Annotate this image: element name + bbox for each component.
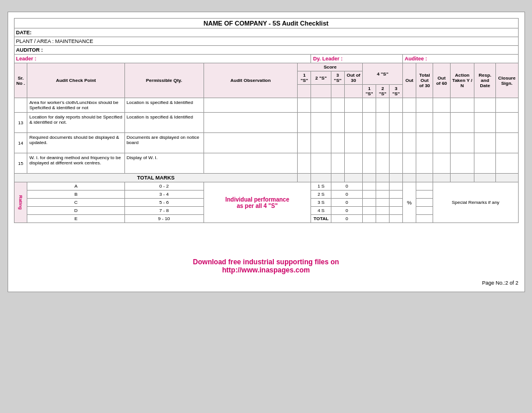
tm-resp [474, 174, 496, 182]
s3-val [331, 133, 344, 153]
sr-cell: 15 [14, 153, 27, 174]
s1-val [298, 113, 311, 133]
four-s2-header: 2 "S" [376, 85, 390, 98]
f3-val [390, 113, 403, 133]
dy-leader-label: Dy. Leader : [311, 55, 403, 63]
resp-val [474, 113, 496, 133]
grade-b: B [27, 191, 124, 199]
table-row: 14 Required documents should be displaye… [14, 133, 518, 153]
total30-val [416, 153, 433, 174]
filler3 [390, 182, 403, 191]
total60-val [433, 113, 450, 133]
leader-label: Leader : [14, 55, 311, 63]
date-row: DATE: [14, 28, 518, 37]
filler16 [416, 207, 433, 215]
score-3s-label: 3 S [311, 199, 331, 207]
out-val [403, 98, 416, 113]
special-remarks: Special Remarks if any [433, 182, 518, 223]
permissible-qty-cell: Location is specified & Identified [124, 113, 203, 133]
obs-cell [203, 98, 298, 113]
f3-val [390, 133, 403, 153]
tm-s3 [331, 174, 344, 182]
total30-val [416, 133, 433, 153]
s1-val [298, 153, 311, 174]
tm-total30 [416, 174, 433, 182]
filler11 [390, 199, 403, 207]
score-2s-val: 0 [331, 191, 362, 199]
out30-header: Out of 30 [344, 71, 362, 85]
out-val [403, 133, 416, 153]
tm-action [450, 174, 474, 182]
out30-val [344, 98, 362, 113]
percent-cell: % [403, 182, 416, 223]
s2-val [311, 113, 331, 133]
s2-header: 2 "S" [311, 71, 331, 85]
score-3s-val: 0 [331, 199, 362, 207]
f3-val [390, 153, 403, 174]
table-row: Area for worker's cloth/Lunchbox should … [14, 98, 518, 113]
tm-closure [495, 174, 518, 182]
out-val [403, 113, 416, 133]
tm-out30 [344, 174, 362, 182]
range-a: 0 - 2 [124, 182, 203, 191]
s1-header: 1 "S" [298, 71, 311, 85]
tm-total60 [433, 174, 450, 182]
f3-val [390, 98, 403, 113]
leader-row: Leader : Dy. Leader : Auditee : [14, 55, 518, 63]
s3-header: 3 "S" [331, 71, 344, 85]
blank-out30 [344, 85, 362, 98]
score-2s-label: 2 S [311, 191, 331, 199]
tm-f3 [390, 174, 403, 182]
sr-cell: 13 [14, 113, 27, 133]
out30-val [344, 133, 362, 153]
score-4s-val: 0 [331, 207, 362, 215]
permissible-qty-cell: Location is specified & Identified [124, 98, 203, 113]
total-out-60-header: Out of 60 [433, 63, 450, 98]
filler6 [376, 191, 390, 199]
audit-check-point-cell: W. I. for deaning method and friquency t… [27, 153, 124, 174]
filler18 [376, 215, 390, 223]
page-container: NAME OF COMPANY - 5S Audit Checklist DAT… [8, 12, 525, 292]
blank-s1 [298, 85, 311, 98]
closure-sign-header: Closure Sign. [495, 63, 518, 98]
filler10 [376, 199, 390, 207]
auditor-row: AUDITOR : [14, 46, 518, 55]
s3-val [331, 98, 344, 113]
f1-val [363, 98, 376, 113]
col-header-row1: Sr. No . Audit Check Point Permissible Q… [14, 63, 518, 71]
out30-val [344, 153, 362, 174]
four-s-header: 4 "S" [363, 63, 403, 85]
filler14 [376, 207, 390, 215]
page-title: NAME OF COMPANY - 5S Audit Checklist [14, 19, 518, 28]
obs-cell [203, 133, 298, 153]
filler13 [363, 207, 376, 215]
resp-val [474, 98, 496, 113]
tm-out [403, 174, 416, 182]
audit-observation-header: Audit Observation [203, 63, 298, 98]
out-val [403, 153, 416, 174]
closure-val [495, 113, 518, 133]
plant-label: PLANT / AREA : MAINTENANCE [14, 37, 518, 46]
audit-check-point-cell: Area for worker's cloth/Lunchbox should … [27, 98, 124, 113]
title-row: NAME OF COMPANY - 5S Audit Checklist [14, 19, 518, 28]
filler5 [363, 191, 376, 199]
grade-e: E [27, 215, 124, 223]
filler15 [390, 207, 403, 215]
f1-val [363, 153, 376, 174]
total30-val [416, 98, 433, 113]
action-val [450, 98, 474, 113]
s2-val [311, 133, 331, 153]
out-header: Out [403, 63, 416, 98]
score-header: Score [298, 63, 363, 71]
out30-val [344, 113, 362, 133]
range-e: 9 - 10 [124, 215, 203, 223]
score-1s-val: 0 [331, 182, 362, 191]
closure-val [495, 153, 518, 174]
indiv-perf-cell: Individual performance as per all 4 "S" [203, 182, 311, 223]
s3-val [331, 113, 344, 133]
action-val [450, 133, 474, 153]
filler2 [376, 182, 390, 191]
f2-val [376, 113, 390, 133]
range-b: 3 - 4 [124, 191, 203, 199]
blank-s3 [331, 85, 344, 98]
